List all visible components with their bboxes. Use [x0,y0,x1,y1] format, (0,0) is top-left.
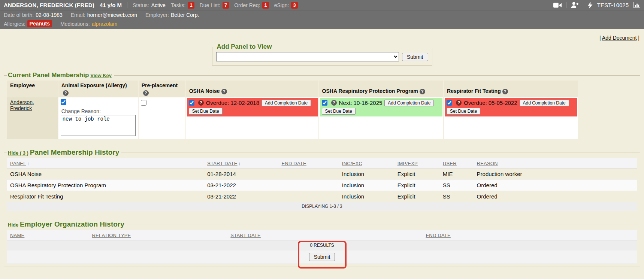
medication-value[interactable]: alprazolam [92,21,117,27]
change-reason-textarea[interactable]: new to job role [61,115,136,136]
employer-history-submit-button[interactable]: Submit [309,253,335,261]
add-completion-date-button[interactable]: Add Completion Date [261,100,311,106]
status-value: Active [151,2,166,8]
table-row: OSHA Respiratory Protection Program 03-2… [7,179,637,191]
section-title: Current Panel Membership [8,72,89,79]
help-icon[interactable]: ? [221,89,227,94]
view-key-link[interactable]: View Key [90,73,112,78]
name-sort-link[interactable]: NAME [10,233,24,238]
add-panel-fieldset: Add Panel to View Submit [212,43,432,66]
help-icon[interactable]: ? [331,100,337,106]
panel-sort-link[interactable]: PANEL [10,161,26,166]
help-icon[interactable]: ? [198,100,204,106]
help-icon[interactable]: ? [502,89,508,94]
cell-inc-exc: Inclusion [339,191,394,202]
help-icon[interactable]: ? [143,90,149,96]
status-text: Next: [339,100,352,106]
allergies-label: Allergies: [4,21,25,27]
esign-count-badge[interactable]: 3 [291,2,297,9]
change-reason-label: Change Reason: [61,108,135,114]
user-sort-link[interactable]: USER [443,161,457,166]
tasks-count-badge[interactable]: 1 [188,2,194,9]
end-date-sort-link[interactable]: END DATE [426,233,450,238]
add-completion-date-button[interactable]: Add Completion Date [384,100,434,106]
status-date: 12-02-2018 [230,100,259,106]
start-date-sort-link[interactable]: START DATE [230,233,261,238]
inc-exc-sort-link[interactable]: INC/EXC [342,161,362,166]
add-completion-date-button[interactable]: Add Completion Date [520,100,569,106]
osha-respiratory-status-block: ? Next: 10-16-2025 Add Completion Date S… [320,98,442,116]
status-label: Status: [133,2,149,8]
end-date-sort-link[interactable]: END DATE [281,161,306,166]
respirator-fit-checkbox[interactable] [447,100,452,106]
col-end-date: END DATE [423,230,517,240]
chart-icon[interactable] [633,2,640,8]
reason-sort-link[interactable]: REASON [477,161,498,166]
due-list-counter[interactable]: Due List: 7 [200,2,229,9]
divider [583,2,583,8]
esign-counter[interactable]: eSign: 3 [274,2,298,9]
tasks-counter[interactable]: Tasks: 1 [171,2,194,9]
employee-cell: Anderson, Frederick [7,97,58,139]
hide-history-link[interactable]: Hide ( 3 ) [8,150,28,156]
set-due-date-button[interactable]: Set Due Date [189,108,223,115]
status-text: Overdue: [464,100,487,106]
osha-respiratory-checkbox[interactable] [322,100,327,106]
status-date: 05-05-2022 [489,100,517,106]
add-panel-submit-button[interactable]: Submit [402,53,428,61]
sort-asc-icon: ↑ [27,161,30,166]
osha-noise-status-block: ? Overdue: 12-02-2018 Add Completion Dat… [187,98,318,116]
cell-panel: OSHA Respiratory Protection Program [7,179,204,191]
employer-label: Employer: [145,12,169,18]
allergy-badge[interactable]: Peanuts [27,20,52,27]
help-icon[interactable]: ? [456,100,462,106]
employee-link[interactable]: Anderson, Frederick [10,99,34,111]
dob-label: Date of birth: [4,12,34,18]
cell-end-date [278,179,339,191]
sort-desc-icon: ↓ [238,161,241,166]
order-req-count-badge[interactable]: 1 [262,2,269,9]
col-start-date: START DATE↓ [204,158,278,169]
col-filler [517,230,637,240]
cell-end-date [278,191,339,202]
help-icon[interactable]: ? [420,89,425,94]
animal-exposure-checkbox[interactable] [61,99,66,105]
cell-start-date: 03-21-2022 [204,191,278,202]
dob-field: Date of birth: 02-08-1983 [4,12,63,18]
add-user-icon[interactable] [571,2,578,8]
relation-type-sort-link[interactable]: RELATION TYPE [92,233,131,238]
cell-start-date: 01-28-2014 [204,168,278,179]
due-list-count-badge[interactable]: 7 [223,2,229,9]
patient-header-row-3: Allergies: Peanuts Medications: alprazol… [0,19,644,29]
table-row: Respirator Fit Testing 03-21-2022 Inclus… [7,191,637,202]
help-icon[interactable]: ? [63,90,69,96]
email-value: horner@mieweb.com [87,12,137,18]
osha-respiratory-cell: ? Next: 10-16-2025 Add Completion Date S… [319,97,444,139]
video-call-icon[interactable] [553,2,562,8]
col-employee: Employee [7,81,58,97]
document-actions-row: | Add Document | [4,29,640,42]
pipe-separator: | [638,35,640,41]
esign-label: eSign: [274,2,289,8]
hide-employer-history-link[interactable]: Hide [8,222,18,228]
set-due-date-button[interactable]: Set Due Date [322,108,356,115]
imp-exp-sort-link[interactable]: IMP/EXP [397,161,418,166]
panel-history-table: PANEL↑ START DATE↓ END DATE INC/EXC IMP/… [7,158,637,211]
col-imp-exp: IMP/EXP [394,158,440,169]
osha-noise-checkbox[interactable] [189,100,194,106]
col-relation-type: RELATION TYPE [89,230,228,240]
respirator-fit-cell: ? Overdue: 05-05-2022 Add Completion Dat… [444,97,578,139]
employer-history-table: NAME RELATION TYPE START DATE END DATE 0… [7,230,637,264]
dob-value: 02-08-1983 [36,12,63,18]
current-panel-header-row: Employee Animal Exposure (Allergy) ? Pre… [7,81,578,97]
employer-value: Better Corp. [171,12,199,18]
set-due-date-button[interactable]: Set Due Date [447,108,480,115]
pre-placement-checkbox[interactable] [141,100,146,106]
order-req-counter[interactable]: Order Req: 1 [234,2,269,9]
panel-select[interactable] [216,52,399,61]
cell-user: MIE [440,168,474,179]
start-date-sort-link[interactable]: START DATE [207,161,238,166]
bolt-icon[interactable] [588,2,593,9]
add-document-link[interactable]: Add Document [602,35,637,41]
pipe-separator: | [599,35,601,41]
